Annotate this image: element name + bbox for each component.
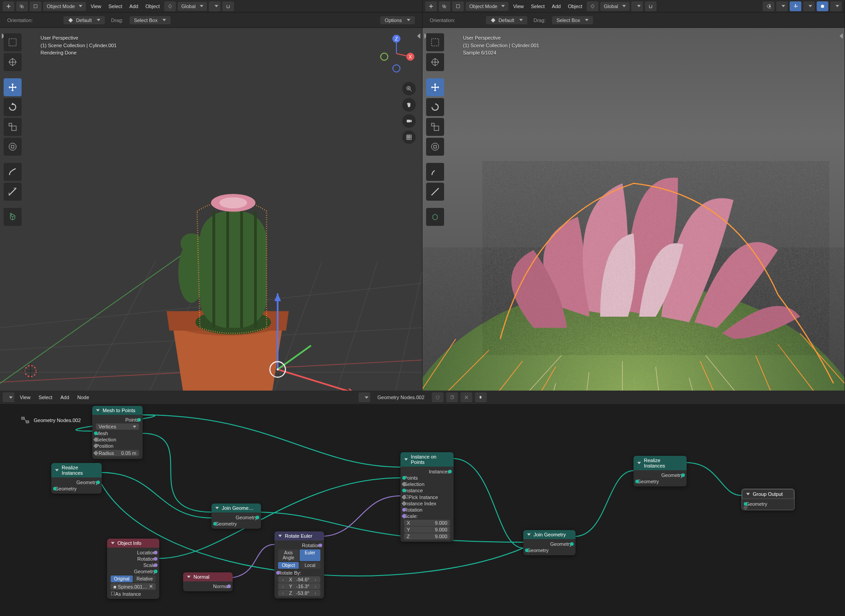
tool-select-box[interactable] [4, 33, 22, 51]
tool-add-cube[interactable]: + [4, 208, 22, 226]
menu-select[interactable]: Select [106, 3, 125, 10]
mode-icon-button[interactable] [16, 1, 28, 11]
node-realize-instances-2[interactable]: Realize Instances Geometry Geometry [634, 456, 687, 486]
tool-transform[interactable] [426, 138, 444, 156]
pivot-dropdown[interactable] [631, 1, 643, 11]
node-menu-node[interactable]: Node [75, 394, 92, 401]
node-header[interactable]: Instance on Points [400, 452, 454, 467]
node-header[interactable]: Realize Instances [634, 456, 687, 470]
shield-icon[interactable] [431, 392, 443, 402]
gizmo-drop[interactable] [803, 1, 815, 11]
tool-annotate[interactable] [426, 163, 444, 181]
menu-view[interactable]: View [510, 3, 526, 10]
domain-dropdown[interactable]: Vertices [96, 423, 139, 430]
editor-type-button[interactable] [425, 1, 437, 11]
node-instance-on-points[interactable]: Instance on Points Instances Points Sele… [400, 452, 454, 542]
node-header[interactable]: Group Output [742, 489, 794, 499]
node-object-info[interactable]: Object Info Location Rotation Scale Geom… [107, 539, 159, 599]
node-mesh-to-points[interactable]: Mesh to Points Points Vertices Mesh Sele… [92, 406, 143, 459]
rotate-x[interactable]: ‹X-94.6°› [278, 576, 320, 583]
pin-icon[interactable] [475, 392, 486, 402]
transform-icon[interactable] [587, 1, 598, 11]
tool-rotate[interactable] [4, 98, 22, 116]
tool-annotate[interactable] [4, 163, 22, 181]
drag-value-drop[interactable]: Select Box [130, 16, 171, 24]
node-group-output[interactable]: Group Output Geometry [742, 489, 795, 510]
object-mode-icon[interactable] [30, 1, 41, 11]
as-instance-check[interactable]: As Instance [115, 591, 141, 597]
viewport-body-right[interactable]: User Perspective (1) Scene Collection | … [422, 28, 845, 391]
mode-dropdown[interactable]: Object Mode [466, 2, 508, 11]
orientation-dropdown[interactable]: Global [600, 2, 629, 11]
orientation-dropdown[interactable]: Global [178, 2, 207, 11]
node-header[interactable]: Realize Instances [51, 463, 102, 477]
space-buttons[interactable]: ObjectLocal [278, 562, 320, 569]
node-header[interactable]: Join Geometry [523, 530, 575, 539]
menu-select[interactable]: Select [528, 3, 548, 10]
camera-icon[interactable] [402, 114, 416, 128]
pick-instance-check[interactable]: Pick Instance [409, 495, 438, 500]
tool-transform[interactable] [4, 138, 22, 156]
node-realize-instances-1[interactable]: Realize Instances Geometry Geometry [51, 463, 102, 494]
node-join-geometry-1[interactable]: Join Geome… Geometry Geometry [211, 504, 261, 529]
node-menu-view[interactable]: View [17, 394, 33, 401]
object-picker[interactable]: ■Spines.001…✕ [111, 583, 156, 590]
transform-icon[interactable] [164, 1, 176, 11]
zoom-icon[interactable] [402, 82, 416, 95]
menu-add[interactable]: Add [127, 3, 141, 10]
object-mode-icon[interactable] [452, 1, 464, 11]
scale-y[interactable]: Y9.000 [404, 526, 450, 533]
tool-move[interactable] [426, 78, 444, 96]
tool-select-box[interactable] [426, 33, 444, 51]
radius-field[interactable]: Radius0.05 m [96, 450, 139, 456]
tool-move[interactable] [4, 78, 22, 96]
node-header[interactable]: Normal [183, 572, 233, 581]
node-join-geometry-2[interactable]: Join Geometry Geometry Geometry [523, 530, 575, 555]
options-drop[interactable]: Options [380, 16, 415, 24]
mode-dropdown[interactable]: Object Mode [43, 2, 86, 11]
visibility-eye-icon[interactable] [763, 1, 774, 11]
shading-rendered[interactable] [817, 1, 828, 11]
tool-scale[interactable] [426, 118, 444, 136]
node-menu-select[interactable]: Select [36, 394, 55, 401]
node-header[interactable]: Rotate Euler [274, 531, 324, 540]
rotation-type-buttons[interactable]: Axis AngleEuler [278, 549, 320, 561]
editor-type-button[interactable] [3, 1, 14, 11]
shading-drop[interactable] [830, 1, 842, 11]
menu-object[interactable]: Object [565, 3, 585, 10]
scale-z[interactable]: Z9.000 [404, 533, 450, 540]
close-icon[interactable] [460, 392, 472, 402]
copy-icon[interactable] [446, 392, 458, 402]
pivot-dropdown[interactable] [209, 1, 220, 11]
node-menu-add[interactable]: Add [58, 394, 72, 401]
tool-scale[interactable] [4, 118, 22, 136]
pan-icon[interactable] [402, 98, 416, 112]
snap-button[interactable] [645, 1, 656, 11]
transform-mode-buttons[interactable]: OriginalRelative [111, 576, 156, 582]
perspective-icon[interactable] [402, 130, 416, 144]
drag-value-drop[interactable]: Select Box [552, 16, 593, 24]
overlay-toggle[interactable] [776, 1, 788, 11]
node-normal[interactable]: Normal Normal [183, 572, 233, 591]
snap-button[interactable] [222, 1, 234, 11]
mode-icon-button[interactable] [439, 1, 450, 11]
scale-x[interactable]: X9.000 [404, 520, 450, 526]
gizmo-toggle[interactable] [790, 1, 801, 11]
tool-add-cube[interactable] [426, 208, 444, 226]
orientation-value-drop[interactable]: Default [486, 16, 527, 24]
rotate-y[interactable]: ‹Y-16.3°› [278, 583, 320, 589]
tool-measure[interactable] [4, 183, 22, 201]
menu-object[interactable]: Object [143, 3, 162, 10]
tool-rotate[interactable] [426, 98, 444, 116]
menu-view[interactable]: View [88, 3, 104, 10]
tree-name-field[interactable]: Geometry Nodes.002 [373, 393, 429, 401]
menu-add[interactable]: Add [549, 3, 564, 10]
viewport-body-left[interactable]: + Z X User Perspective (1) Scene Collect… [0, 28, 422, 391]
tool-cursor[interactable] [4, 53, 22, 71]
node-tree-type[interactable] [359, 392, 370, 402]
rotate-z[interactable]: ‹Z-53.8°› [278, 590, 320, 596]
node-header[interactable]: Object Info [107, 539, 159, 548]
node-rotate-euler[interactable]: Rotate Euler Rotation Axis AngleEuler Ob… [274, 531, 324, 598]
node-header[interactable]: Mesh to Points [92, 406, 143, 415]
node-header[interactable]: Join Geome… [211, 504, 261, 513]
